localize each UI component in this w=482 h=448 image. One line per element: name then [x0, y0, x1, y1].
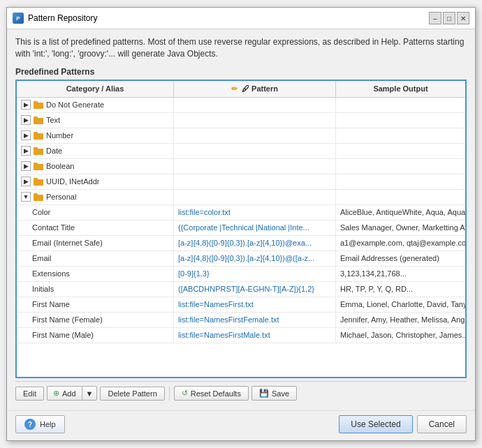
table-row[interactable]: ▶ Number — [17, 128, 465, 144]
table-row[interactable]: ▶ Date — [17, 144, 465, 159]
expand-icon[interactable]: ▶ — [21, 130, 31, 140]
separator — [169, 387, 170, 401]
row-label: Extensions — [32, 269, 70, 278]
title-bar: P Pattern Repository – □ ✕ — [7, 8, 475, 29]
pencil-icon: ✏ — [231, 84, 238, 94]
bottom-bar: ? Help Use Selected Cancel — [7, 410, 475, 440]
row-label: UUID, INetAddr — [46, 177, 99, 186]
output-cell — [336, 159, 465, 174]
category-cell: Extensions — [17, 267, 174, 281]
table-row[interactable]: Contact Title {{Corporate |Technical |Na… — [17, 221, 465, 236]
row-label: First Name (Female) — [32, 315, 103, 324]
table-row[interactable]: ▶ UUID, INetAddr — [17, 174, 465, 190]
category-cell: ▶ Number — [17, 128, 174, 143]
cancel-label: Cancel — [429, 419, 455, 429]
table-row[interactable]: First Name list:file=NamesFirst.txt Emma… — [17, 297, 465, 313]
content-area: This is a list of predefined patterns. M… — [7, 29, 475, 410]
table-row[interactable]: ▶ Do Not Generate — [17, 98, 465, 113]
category-cell: Initials — [17, 282, 174, 297]
row-label: Date — [46, 147, 62, 155]
output-cell: Emma, Lionel, Charlotte, David, Tany... — [336, 297, 465, 312]
pattern-cell — [174, 113, 336, 128]
table-row[interactable]: Initials ([ABCDHNPRST][A-EGHN-T][A-Z]){1… — [17, 282, 465, 297]
output-cell — [336, 144, 465, 158]
table-body[interactable]: ▶ Do Not Generate ▶ Text — [17, 98, 465, 377]
maximize-button[interactable]: □ — [443, 12, 455, 24]
category-cell: ▶ Text — [17, 113, 174, 128]
pattern-cell: list:file=color.txt — [174, 205, 336, 220]
category-cell: ▶ Do Not Generate — [17, 98, 174, 112]
folder-icon — [34, 132, 43, 140]
table-header: Category / Alias ✏ 🖊 Pattern Sample Outp… — [17, 81, 465, 98]
window-controls: – □ ✕ — [429, 12, 469, 24]
table-row[interactable]: Email [a-z]{4,8}([0-9]{0,3}).[a-z]{4,10}… — [17, 251, 465, 267]
main-window: P Pattern Repository – □ ✕ This is a lis… — [6, 7, 476, 441]
use-selected-button[interactable]: Use Selected — [339, 415, 412, 433]
help-label: Help — [40, 420, 56, 428]
pattern-table: Category / Alias ✏ 🖊 Pattern Sample Outp… — [15, 80, 467, 378]
save-button[interactable]: 💾 Save — [251, 386, 297, 401]
table-row[interactable]: ▶ Boolean — [17, 159, 465, 174]
expand-icon[interactable]: ▶ — [21, 177, 31, 186]
output-cell — [336, 128, 465, 143]
category-cell: ▼ Personal — [17, 190, 174, 204]
table-row[interactable]: ▼ Personal — [17, 190, 465, 205]
expand-icon[interactable]: ▼ — [21, 192, 31, 202]
section-label: Predefined Patterns — [15, 67, 467, 77]
delete-button[interactable]: Delete Pattern — [100, 387, 164, 401]
add-dropdown-button[interactable]: ▼ — [82, 386, 98, 401]
category-cell: Email (Internet Safe) — [17, 236, 174, 251]
close-button[interactable]: ✕ — [457, 12, 469, 24]
output-cell — [336, 113, 465, 128]
category-cell: First Name (Male) — [17, 328, 174, 343]
pattern-cell — [174, 159, 336, 174]
add-label: Add — [62, 389, 76, 398]
table-row[interactable]: Color list:file=color.txt AliceBlue, Ant… — [17, 205, 465, 221]
category-cell: Contact Title — [17, 221, 174, 235]
folder-icon — [34, 193, 43, 201]
row-label: First Name — [32, 300, 70, 308]
folder-icon — [34, 178, 43, 186]
row-label: Number — [46, 131, 73, 140]
pattern-cell: list:file=NamesFirstFemale.txt — [174, 313, 336, 327]
col-output: Sample Output — [336, 81, 465, 97]
expand-icon[interactable]: ▶ — [21, 161, 31, 171]
folder-icon — [34, 147, 43, 155]
add-main-button[interactable]: ⊕ Add — [47, 386, 82, 401]
edit-label: Edit — [23, 389, 36, 398]
row-label: Text — [46, 116, 60, 124]
table-row[interactable]: ▶ Text — [17, 113, 465, 128]
table-row[interactable]: Email (Internet Safe) [a-z]{4,8}([0-9]{0… — [17, 236, 465, 251]
row-label: Do Not Generate — [46, 100, 104, 109]
save-icon: 💾 — [259, 389, 269, 398]
expand-icon[interactable]: ▶ — [21, 115, 31, 125]
reset-button[interactable]: ↺ Reset Defaults — [174, 386, 249, 401]
table-row[interactable]: First Name (Female) list:file=NamesFirst… — [17, 313, 465, 328]
cancel-button[interactable]: Cancel — [417, 415, 467, 433]
pattern-cell: list:file=NamesFirstMale.txt — [174, 328, 336, 343]
table-row[interactable]: Extensions [0-9]{1,3} 3,123,134,21,768..… — [17, 267, 465, 282]
category-cell: ▶ UUID, INetAddr — [17, 174, 174, 189]
description-text: This is a list of predefined patterns. M… — [15, 36, 467, 60]
minimize-button[interactable]: – — [429, 12, 441, 24]
table-row[interactable]: First Name (Male) list:file=NamesFirstMa… — [17, 328, 465, 343]
expand-icon[interactable]: ▶ — [21, 146, 31, 156]
window-title: Pattern Repository — [28, 13, 425, 23]
category-cell: First Name (Female) — [17, 313, 174, 327]
row-label: First Name (Male) — [32, 331, 94, 339]
pattern-cell — [174, 128, 336, 143]
output-cell: Sales Manager, Owner, Marketting A... — [336, 221, 465, 235]
folder-icon — [34, 101, 43, 109]
help-button[interactable]: ? Help — [15, 415, 65, 433]
pattern-cell: [a-z]{4,8}([0-9]{0,3}).[a-z]{4,10})@([a-… — [174, 251, 336, 266]
row-label: Initials — [32, 285, 54, 293]
delete-label: Delete Pattern — [108, 389, 156, 398]
edit-button[interactable]: Edit — [15, 387, 44, 401]
row-label: Contact Title — [32, 223, 75, 232]
output-cell — [336, 174, 465, 189]
pattern-cell — [174, 144, 336, 158]
output-cell: Michael, Jason, Christopher, James... — [336, 328, 465, 343]
output-cell: a1@example.com, qtaj@example.co... — [336, 236, 465, 251]
output-cell: HR, TP, P, Y, Q, RD... — [336, 282, 465, 297]
expand-icon[interactable]: ▶ — [21, 100, 31, 110]
